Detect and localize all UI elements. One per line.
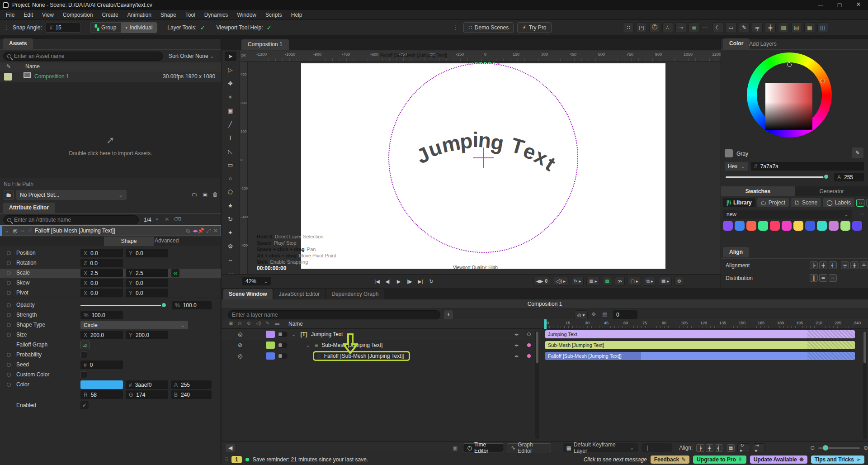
solo-check-icon[interactable]: ⊘ [238,342,242,348]
trash-icon[interactable]: 🗑 [212,191,218,198]
zoom-level-select[interactable]: 42%⌄ [242,277,271,285]
saturation-value-box[interactable] [765,83,812,130]
position-y-input[interactable]: Y0.0 [126,249,168,257]
add-layer-button[interactable]: + [444,310,453,319]
menu-help[interactable]: Help [287,11,307,19]
keyframe-dot[interactable] [7,323,11,327]
color-g-input[interactable]: G174 [126,390,168,399]
kf-align-center-button[interactable]: ╪ [706,444,713,452]
line-tool[interactable]: ╱ [225,119,236,129]
position-x-input[interactable]: X0.0 [80,249,123,257]
columns-2-icon[interactable]: ▤ [791,22,802,33]
go-to-end-button[interactable]: ▶| [416,277,425,286]
keyframe-dot[interactable] [527,343,531,347]
layer-search-input[interactable]: Enter a layer name [228,310,440,319]
folder-icon[interactable]: 🗀 [192,191,197,198]
timeline-scrollbar[interactable] [863,331,867,439]
assets-tab[interactable]: Assets [3,38,33,49]
pin-icon[interactable]: 📌 [198,228,204,234]
dependency-graph-tab[interactable]: Dependency Graph [326,289,384,299]
ellipse-tool[interactable]: ○ [225,174,236,183]
keyframe-dot[interactable] [7,373,11,377]
falloff-graph-button[interactable]: ⊿ [80,341,90,349]
next-message-link[interactable]: Click to see next message [584,456,647,463]
layer-name[interactable]: Falloff [Sub-Mesh [Jumping Text]] [324,353,405,359]
swatch[interactable] [746,221,756,231]
kf-grid-button[interactable]: ▦ [727,444,735,452]
scale-y-input[interactable]: Y2.5 [126,269,168,277]
swatch[interactable] [805,221,815,231]
pivot-x-input[interactable]: X0.0 [80,289,123,297]
tab-advanced[interactable]: Advanced [155,237,179,244]
grid-dots-icon[interactable]: ∷ [623,22,634,33]
visibility-column-icon[interactable]: ◎ [238,321,242,326]
keyframe-box-icon[interactable]: ▭ [726,22,736,33]
collapse-panel-button[interactable]: ◀ [226,444,235,452]
project-folder-icon[interactable]: 🖿 [4,190,14,200]
opacity-input[interactable]: %100.0 [172,301,212,309]
play-button[interactable]: ▶ [394,277,403,286]
keyframe-dot[interactable] [7,313,11,317]
timeline-bar-jumping-text[interactable]: Jumping Text [545,330,855,338]
hex-value-input[interactable]: #7a7a7a [751,162,864,171]
distribute-auto-button[interactable]: ∴ [829,274,837,282]
keyframe-dot[interactable] [527,332,531,336]
visibility-eye-icon[interactable]: ◎ [238,331,242,337]
align-tab[interactable]: Align [723,247,749,257]
zoom-in-icon[interactable]: ⊕ [863,445,868,451]
kf-align-right-button[interactable]: ╡ [715,444,722,452]
size-x-input[interactable]: X200.0 [80,331,123,339]
layer-name[interactable]: Jumping Text [311,331,343,337]
settings-tool[interactable]: ⚙ [225,242,236,251]
expand-chevron-icon[interactable]: ⌄ [306,342,310,348]
snap-grid-icon[interactable]: ▦ [602,311,607,318]
enabled-checkbox[interactable]: ✓ [80,401,89,409]
direct-select-tool[interactable]: ▷ [225,65,236,75]
viewport-tool-help-checkbox[interactable]: ✓ [266,24,272,31]
swatch[interactable] [735,221,745,231]
alpha-input[interactable]: A255 [834,173,864,181]
keyframe-dot[interactable] [7,303,11,307]
individual-button[interactable]: ▪Individual [121,23,157,33]
keyframe-value-field[interactable]: ❘- [642,443,672,452]
shape-type-dropdown[interactable]: Circle⌄ [80,321,188,329]
time-editor-button[interactable]: ◷Time Editor [463,443,504,452]
pan-tool[interactable]: ✥ [225,79,236,88]
zoom-attr-icon[interactable]: ⌖ [156,216,159,223]
sparkle-tool[interactable]: ✦ [225,228,236,237]
messages-icon[interactable]: ⫶⫶ [225,456,228,463]
move-icon[interactable]: ✥ [591,311,596,318]
hex-mode-dropdown[interactable]: Hex⌄ [725,162,748,171]
composition-canvas[interactable]: Ju mp in gT ex t [301,63,665,269]
close-attr-icon[interactable]: ✕ [213,228,218,234]
timeline-bar-falloff[interactable]: Falloff [Sub-Mesh [Jumping Text]] [545,352,855,360]
playhead[interactable] [544,319,547,329]
layer-toggle[interactable] [278,332,288,337]
attribute-editor-tab[interactable]: Attribute Editor [3,203,55,213]
layer-toggle[interactable] [278,342,288,348]
menu-edit[interactable]: Edit [19,11,37,19]
asset-search-input[interactable]: Enter an Asset name [3,52,163,61]
swatch[interactable] [817,221,827,231]
color-alpha-input[interactable]: A255 [171,380,212,389]
opacity-slider[interactable] [80,305,165,306]
keyframe-dot[interactable] [527,354,531,358]
keyframe-dot[interactable] [7,281,11,285]
toggle-column-icon[interactable]: ▬ [275,321,279,326]
layer-row-falloff[interactable]: ◎ ◌̇ Falloff [Sub-Mesh [Jumping Text]] ◂… [222,351,541,361]
layer-row-jumping-text[interactable]: ◎ ⌄ [T] Jumping Text ◂▸ [222,329,541,340]
go-to-start-button[interactable]: |◀ [373,277,382,286]
scatter-icon[interactable]: ∴ [662,22,673,33]
keyframe-nav-icons[interactable]: ◂▸ [514,332,519,337]
snap-angle-input[interactable]: #15 [46,23,81,33]
skew-x-input[interactable]: X0.0 [80,279,123,287]
library-source-button[interactable]: |\\Library [723,198,755,207]
feedback-button[interactable]: Feedback✎ [651,456,689,464]
menu-tool[interactable]: Tool [181,11,199,19]
align-middle-button[interactable]: ╫ [850,261,859,269]
layer-toggle[interactable] [278,353,288,359]
keyframe-dot[interactable] [7,333,11,337]
more-button[interactable]: ≫ [615,277,625,286]
monitor-icon[interactable]: ▣ [203,191,208,198]
generator-tab[interactable]: Generator [795,186,868,196]
